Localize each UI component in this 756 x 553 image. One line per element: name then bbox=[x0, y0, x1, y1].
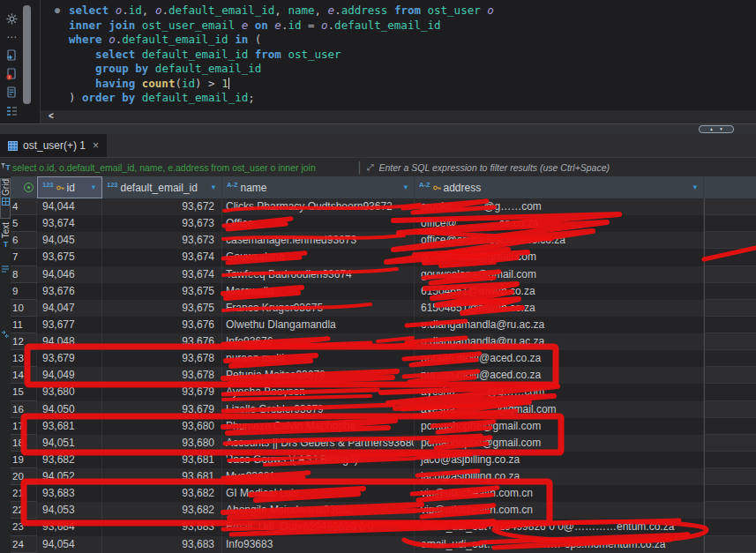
gear-icon[interactable] bbox=[5, 12, 18, 25]
row-number[interactable]: 16 bbox=[11, 401, 37, 418]
email-id-cell[interactable]: 93,680 bbox=[102, 435, 222, 452]
script-icon[interactable] bbox=[5, 86, 18, 99]
filler-cell[interactable] bbox=[704, 350, 756, 367]
row-number[interactable]: 9 bbox=[11, 283, 37, 300]
id-cell[interactable]: 93,682 bbox=[37, 452, 102, 468]
address-cell[interactable]: o.dlangamandla@ru.ac.za bbox=[415, 317, 704, 333]
splitter-handle[interactable]: ▲ ▼ bbox=[699, 125, 734, 133]
id-cell[interactable]: 94,052 bbox=[37, 468, 102, 485]
email-id-cell[interactable]: 93,674 bbox=[102, 249, 222, 265]
collapse-down-icon[interactable]: ▼ bbox=[719, 127, 723, 131]
email-id-cell[interactable]: 93,681 bbox=[102, 468, 222, 485]
code-line[interactable]: ) order by default_email_id; bbox=[56, 91, 494, 106]
row-number[interactable]: 7 bbox=[11, 249, 37, 265]
email-id-cell[interactable]: 93,682 bbox=[102, 502, 222, 519]
filler-cell[interactable] bbox=[704, 215, 756, 232]
address-cell[interactable]: o.dlangamandla@ru.ac.za bbox=[415, 333, 704, 350]
sql-code[interactable]: ●select o.id, o.default_email_id, name, … bbox=[56, 4, 494, 106]
email-id-cell[interactable]: 93,674 bbox=[102, 266, 222, 283]
row-number[interactable]: 13 bbox=[11, 350, 37, 367]
filler-cell[interactable] bbox=[704, 418, 756, 435]
address-cell[interactable]: jaco@asjbilling.co.za bbox=[415, 452, 704, 468]
id-cell[interactable]: 94,051 bbox=[37, 435, 102, 452]
code-line[interactable]: select default_email_id from ost_user bbox=[56, 48, 494, 63]
code-line[interactable]: group by default_email_id bbox=[56, 62, 494, 77]
email-id-cell[interactable]: 93,673 bbox=[102, 215, 222, 232]
address-cell[interactable]: office@archanescrookes.co.za bbox=[415, 232, 704, 249]
address-cell[interactable]: ayesha…………@gmail.com bbox=[415, 401, 704, 418]
code-line[interactable]: where o.default_email_id in ( bbox=[56, 33, 494, 48]
editor-horizontal-scrollbar[interactable]: < bbox=[41, 109, 756, 124]
column-header-address[interactable]: A-Z address ▼ bbox=[415, 176, 704, 198]
column-header-name[interactable]: A-Z name ▼ bbox=[222, 176, 415, 198]
name-cell[interactable]: Marawalla bbox=[222, 283, 415, 300]
name-cell[interactable]: Ayesha Booysen bbox=[222, 384, 415, 400]
name-cell[interactable]: Tawfeeq Badroodien93674 bbox=[222, 266, 415, 283]
address-cell[interactable]: email_udi_out…………………-ops.momentum.co.za bbox=[415, 536, 704, 553]
email-id-cell[interactable]: 93,678 bbox=[102, 367, 222, 384]
panel-settings-icon[interactable] bbox=[1, 265, 10, 273]
id-cell[interactable]: 93,676 bbox=[37, 283, 102, 300]
id-cell[interactable]: 94,054 bbox=[37, 536, 102, 553]
name-cell[interactable]: 'Jaco Gouws \( ASJ Billing \)' bbox=[222, 452, 415, 468]
filler-cell[interactable] bbox=[704, 333, 756, 350]
expand-filter-icon[interactable]: ⤢ bbox=[367, 162, 374, 173]
sort-dropdown-icon[interactable]: ▼ bbox=[402, 183, 409, 191]
filler-cell[interactable] bbox=[704, 232, 756, 249]
address-cell[interactable]: 61504651@mweb.co.za bbox=[415, 283, 704, 300]
name-cell[interactable]: Phumezo Calvin Maphophe bbox=[222, 418, 415, 435]
name-cell[interactable]: Mva93681 bbox=[222, 468, 415, 485]
sort-dropdown-icon[interactable]: ▼ bbox=[210, 183, 217, 191]
script-error-icon[interactable]: ! bbox=[5, 68, 18, 80]
name-cell[interactable]: Petunia Moitse93678 bbox=[222, 367, 415, 384]
name-cell[interactable]: casemanager.lenmed93673 bbox=[222, 232, 415, 249]
email-id-cell[interactable]: 93,680 bbox=[102, 418, 222, 435]
email-id-cell[interactable]: 93,681 bbox=[102, 452, 222, 468]
email-id-cell[interactable]: 93,672 bbox=[102, 198, 222, 215]
filler-cell[interactable] bbox=[704, 266, 756, 283]
tab-grid[interactable]: Grid bbox=[0, 178, 11, 219]
row-number[interactable]: 15 bbox=[11, 384, 37, 400]
filler-cell[interactable] bbox=[704, 367, 756, 384]
sort-dropdown-icon[interactable]: ▼ bbox=[692, 183, 699, 191]
id-cell[interactable]: 94,046 bbox=[37, 266, 102, 283]
filler-cell[interactable] bbox=[704, 249, 756, 265]
column-header-id[interactable]: 123 id ▼ bbox=[37, 176, 102, 198]
row-number[interactable]: 20 bbox=[11, 468, 37, 485]
row-number[interactable]: 12 bbox=[11, 333, 37, 350]
code-line[interactable]: ●select o.id, o.default_email_id, name, … bbox=[56, 4, 494, 19]
address-cell[interactable]: gouwsalana@gmail.com bbox=[415, 249, 704, 265]
row-number[interactable]: 18 bbox=[11, 435, 37, 452]
email-id-cell[interactable]: 93,675 bbox=[102, 300, 222, 317]
filler-cell[interactable] bbox=[704, 519, 756, 535]
filler-cell[interactable] bbox=[704, 300, 756, 317]
tab-ost-user[interactable]: ost_user(+) 1 × bbox=[0, 134, 107, 157]
export-script-icon[interactable] bbox=[5, 49, 18, 62]
close-icon[interactable]: × bbox=[93, 139, 99, 152]
filler-cell[interactable] bbox=[704, 401, 756, 418]
email-id-cell[interactable]: 93,683 bbox=[102, 536, 222, 553]
filler-cell[interactable] bbox=[704, 468, 756, 485]
name-cell[interactable]: Olwethu Dlangamandla bbox=[222, 317, 415, 333]
id-cell[interactable]: 93,681 bbox=[37, 418, 102, 435]
name-cell[interactable]: Accounts || Drs Gebers & Partners93680 bbox=[222, 435, 415, 452]
name-cell[interactable]: Office bbox=[222, 215, 415, 232]
email-id-cell[interactable]: 93,675 bbox=[102, 283, 222, 300]
name-cell[interactable]: Lizelle Grobler93679 bbox=[222, 401, 415, 418]
row-number[interactable]: 11 bbox=[11, 317, 37, 333]
email-id-cell[interactable]: 93,683 bbox=[102, 519, 222, 535]
address-cell[interactable]: gouwsalana@gmail.com bbox=[415, 266, 704, 283]
scroll-left-arrow-icon[interactable]: < bbox=[49, 111, 54, 121]
name-cell[interactable]: Franco Kruger93675 bbox=[222, 300, 415, 317]
name-cell[interactable]: Info93683 bbox=[222, 536, 415, 553]
address-cell[interactable]: vip@utkichealth.com.cn bbox=[415, 485, 704, 502]
id-cell[interactable]: 93,680 bbox=[37, 384, 102, 400]
address-cell[interactable]: nuraan.molti@aced.co.za bbox=[415, 367, 704, 384]
filler-cell[interactable] bbox=[704, 198, 756, 215]
row-number[interactable]: 23 bbox=[11, 519, 37, 535]
sort-dropdown-icon[interactable]: ▼ bbox=[90, 183, 97, 191]
email-id-cell[interactable]: 93,682 bbox=[102, 485, 222, 502]
id-cell[interactable]: 93,675 bbox=[37, 249, 102, 265]
row-number[interactable]: 14 bbox=[11, 367, 37, 384]
id-cell[interactable]: 94,048 bbox=[37, 333, 102, 350]
